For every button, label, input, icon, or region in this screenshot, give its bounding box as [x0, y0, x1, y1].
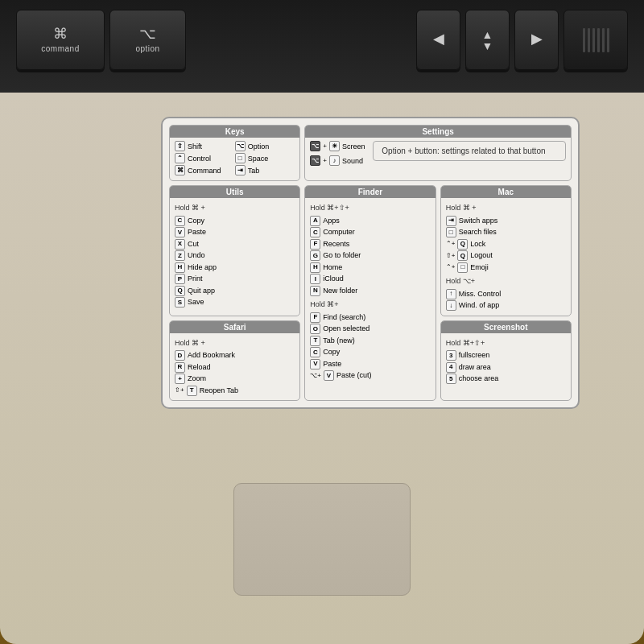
lock-row: ⌃+ Q Lock: [446, 239, 566, 250]
draw-area-label: draw area: [459, 362, 491, 374]
safari-header: Safari: [170, 321, 299, 333]
save-row: S Save: [175, 297, 295, 308]
paste-cut-label: Paste (cut): [336, 370, 372, 382]
space-sym3: □: [457, 262, 468, 273]
choose-area-row: 5 choose area: [446, 374, 566, 385]
option-label: option: [135, 44, 159, 53]
screen-row: ⌥ + ☀ Screen: [310, 141, 366, 151]
arrow-left-key[interactable]: ◀: [416, 10, 460, 70]
tab-sym2: ⇥: [446, 216, 456, 226]
command-label: Command: [188, 167, 221, 175]
utils-section: Utils Hold ⌘ + C Copy V Paste: [169, 185, 300, 316]
t-key: T: [310, 336, 320, 346]
quit-label: Quit app: [188, 286, 215, 297]
tab-new-label: Tab (new): [323, 336, 355, 347]
switch-apps-label: Switch apps: [459, 216, 498, 227]
tab-new-row: T Tab (new): [310, 336, 430, 347]
cheat-sheet-grid: Keys ⇧ Shift ⌃ Control: [169, 125, 572, 401]
i-key: I: [310, 274, 320, 284]
control-row: ⌃ Control: [175, 153, 235, 163]
option-plus-sym2: ⌥: [310, 155, 320, 166]
mac-hold-row2: Hold ⌥+: [446, 276, 566, 287]
apps-label: Apps: [323, 216, 340, 227]
control-sym: ⌃: [175, 153, 185, 163]
option-plus-sym: ⌥: [310, 141, 320, 151]
trackpad[interactable]: [233, 483, 411, 596]
arrow-right-icon: ▶: [531, 31, 543, 46]
sound-label: Sound: [342, 157, 363, 165]
finder-copy-label: Copy: [323, 347, 340, 358]
safari-section: Safari Hold ⌘ + D Add Bookmark R Reload: [169, 320, 300, 402]
command-key[interactable]: ⌘ command: [16, 10, 105, 70]
option-row: ⌥ Option: [235, 141, 295, 151]
utils-body: Hold ⌘ + C Copy V Paste X Cut: [170, 198, 299, 312]
arrow-down-icon: ▼: [482, 40, 493, 52]
reopen-tab-label: Reopen Tab: [200, 386, 238, 397]
q-key2: Q: [457, 239, 468, 250]
option-key[interactable]: ⌥ option: [109, 10, 186, 70]
sound-row: ⌥ + ♪ Sound: [310, 155, 366, 166]
mission-control-label: Miss. Control: [459, 289, 502, 300]
keyboard-area: ⌘ command ⌥ option ◀ ▲ ▼ ▶: [0, 0, 644, 105]
keyboard-row: ⌘ command ⌥ option ◀ ▲ ▼ ▶: [0, 0, 644, 75]
utils-hold-text: Hold ⌘ +: [175, 203, 205, 214]
arrow-left-icon: ◀: [433, 31, 444, 46]
finder-hold-row1: Hold ⌘+⇧+: [310, 203, 430, 214]
home-label: Home: [323, 262, 342, 274]
undo-row: Z Undo: [175, 250, 295, 262]
o-key: O: [310, 324, 320, 334]
finder-paste-label: Paste: [323, 359, 341, 370]
ctrl-prefix: ⌃+: [446, 239, 456, 249]
screenshot-header: Screenshot: [441, 321, 571, 333]
c-key3: C: [310, 347, 320, 357]
arrow-updown-key[interactable]: ▲ ▼: [465, 10, 510, 70]
home-row: H Home: [310, 262, 430, 274]
icloud-row: I iCloud: [310, 274, 430, 285]
space-sym: □: [235, 153, 246, 163]
search-files-label: Search files: [459, 227, 497, 238]
control-label: Control: [188, 155, 211, 163]
v-key3: V: [324, 370, 334, 381]
settings-left: ⌥ + ☀ Screen ⌥ + ♪ Sound: [310, 141, 366, 167]
cheat-sheet: Keys ⇧ Shift ⌃ Control: [161, 117, 580, 409]
down-arrow-sym: ↓: [446, 300, 456, 311]
open-selected-row: O Open selected: [310, 324, 430, 335]
utils-header: Utils: [170, 186, 299, 198]
switch-apps-row: ⇥ Switch apps: [446, 216, 566, 227]
paste-row: V Paste: [175, 227, 295, 238]
draw-area-row: 4 draw area: [446, 362, 566, 374]
find-label: Find (search): [323, 312, 365, 324]
reload-row: R Reload: [175, 362, 295, 374]
q-key3: Q: [457, 250, 468, 261]
tab-row: ⇥ Tab: [235, 165, 295, 175]
z-key: Z: [175, 250, 185, 261]
logout-row: ⇧+ Q Logout: [446, 250, 566, 262]
4-key: 4: [446, 362, 456, 373]
finder-hold-text2: Hold ⌘+: [310, 299, 338, 311]
space-label: Space: [248, 155, 269, 163]
utils-hold-row: Hold ⌘ +: [175, 203, 295, 214]
arrow-right-key[interactable]: ▶: [514, 10, 559, 70]
paste-label: Paste: [188, 227, 206, 238]
windows-of-app-row: ↓ Wind. of app: [446, 300, 566, 312]
p-key: P: [175, 274, 185, 284]
mac-header: Mac: [441, 186, 571, 198]
5-key: 5: [446, 374, 456, 384]
zoom-row: + Zoom: [175, 374, 295, 385]
new-folder-label: New folder: [323, 286, 357, 297]
shift-prefix2: ⇧+: [175, 386, 184, 395]
hide-app-label: Hide app: [188, 262, 217, 274]
laptop-body: Keys ⇧ Shift ⌃ Control: [0, 93, 644, 644]
finder-copy-row: C Copy: [310, 347, 430, 358]
option-icon: ⌥: [139, 27, 156, 41]
search-files-row: □ Search files: [446, 227, 566, 238]
keys-header: Keys: [170, 126, 299, 138]
h-key2: H: [310, 262, 320, 273]
settings-header: Settings: [305, 126, 571, 138]
copy-label: Copy: [188, 216, 204, 227]
fullscreen-row: 3 fullscreen: [446, 350, 566, 361]
new-folder-row: N New folder: [310, 286, 430, 297]
mac-hold-row: Hold ⌘ +: [446, 203, 566, 214]
finder-header: Finder: [305, 186, 435, 198]
speaker-key: [564, 10, 628, 70]
